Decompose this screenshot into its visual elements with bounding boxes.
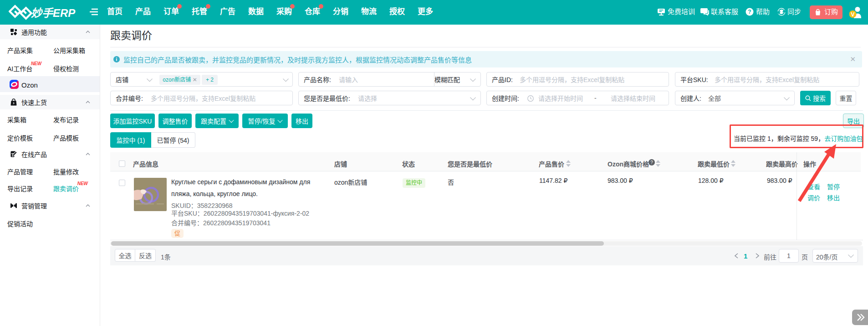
svg-text:V: V bbox=[851, 11, 854, 18]
svg-text:?: ? bbox=[650, 160, 653, 165]
svg-text:?: ? bbox=[748, 9, 751, 15]
